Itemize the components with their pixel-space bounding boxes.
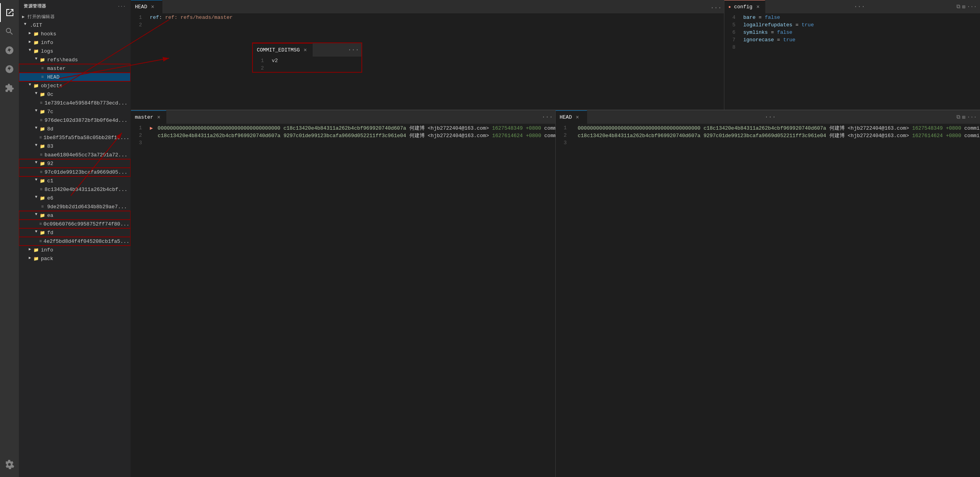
sidebar-item-hooks[interactable]: 📁 hooks: [19, 29, 131, 38]
sidebar-item-head[interactable]: HEAD: [19, 73, 131, 81]
sidebar-item-info-bottom[interactable]: 📁 info: [19, 246, 131, 254]
split-bottom-icon[interactable]: ⧉: [956, 114, 960, 120]
split-editor-icon[interactable]: ⧉: [956, 4, 960, 10]
folder-icon: 📁: [39, 57, 46, 63]
head-line-1: 1 ref: ref: refs/heads/master: [131, 14, 724, 21]
sidebar-item-7c[interactable]: 📁 7c: [19, 107, 131, 116]
tab-config-label: config: [734, 4, 753, 10]
git-label: .GIT: [30, 22, 42, 28]
git-section[interactable]: .GIT: [19, 21, 131, 29]
activity-bar: [0, 0, 19, 477]
toggle-layout-icon[interactable]: ⊞: [962, 4, 965, 10]
head-bottom-editor-actions: ⧉ ⊞ ···: [953, 114, 980, 121]
sidebar-header: 资源管理器 ···: [19, 0, 131, 12]
head-ref-key: ref: [150, 15, 159, 20]
tab-head-close[interactable]: ×: [149, 4, 156, 10]
head-bottom-more-icon[interactable]: ···: [967, 114, 977, 120]
tab-commit-editmsg[interactable]: COMMIT_EDITMSG ×: [253, 43, 313, 57]
folder-icon: 📁: [33, 31, 39, 37]
sidebar-item-pack[interactable]: 📁 pack: [19, 254, 131, 263]
sidebar-item-label: master: [47, 66, 66, 72]
sidebar-item-92[interactable]: 📁 92: [19, 159, 131, 168]
config-line-8: 8: [724, 44, 980, 51]
sidebar-item-83[interactable]: 📁 83: [19, 142, 131, 150]
folder-icon: 📁: [39, 212, 46, 218]
file-icon: [39, 74, 46, 80]
sidebar-item-ea[interactable]: 📁 ea: [19, 211, 131, 220]
config-line-6: 6 symlinks = false: [724, 29, 980, 36]
toggle-bottom-layout-icon[interactable]: ⊞: [962, 114, 965, 121]
folder-icon: 📁: [39, 91, 46, 97]
sidebar-item-92-file[interactable]: 97c01de99123bcafa9669d05...: [19, 168, 131, 176]
config-icon: ●: [728, 5, 731, 9]
sidebar-item-8d[interactable]: 📁 8d: [19, 125, 131, 133]
sidebar-item-label: c1: [47, 178, 53, 184]
sidebar-item-e6[interactable]: 📁 e6: [19, 194, 131, 202]
sidebar-item-e6-file[interactable]: 9de29bb2d1d6434b8b29ae7...: [19, 202, 131, 211]
sidebar-item-logs[interactable]: 📁 logs: [19, 47, 131, 55]
file-icon: [39, 117, 43, 123]
head-tab-more[interactable]: ...: [708, 3, 724, 10]
activity-bar-git[interactable]: [0, 41, 19, 60]
tab-master-close[interactable]: ×: [156, 114, 162, 121]
sidebar-item-0c[interactable]: 📁 0c: [19, 90, 131, 99]
c1-chevron: [33, 178, 39, 184]
activity-bar-debug[interactable]: [0, 60, 19, 79]
tab-config-close[interactable]: ×: [755, 4, 761, 10]
sidebar-item-fd-file[interactable]: 4e2f5bd8d4f4f045208cb1fa5...: [19, 237, 131, 246]
sidebar-item-master[interactable]: master: [19, 64, 131, 73]
tab-commit-editmsg-close[interactable]: ×: [302, 47, 308, 53]
head-bottom-log-line-1: 1 00000000000000000000000000000000000000…: [556, 124, 980, 132]
sidebar-item-label: pack: [41, 256, 53, 262]
master-log-line-2: 2 c18c13420e4b84311a262b4cbf969920740d60…: [131, 132, 555, 139]
master-tab-more[interactable]: ···: [539, 114, 555, 121]
open-editors-label: ▶ 打开的编辑器: [22, 14, 55, 20]
sidebar-item-8d-file[interactable]: 1be8f35fa5fba58c05bb28f1c...: [19, 133, 131, 142]
master-log-pane: master × ··· 1 ▶ 00000000000000000000000…: [131, 110, 556, 477]
commit-tab-more[interactable]: ···: [345, 46, 361, 53]
bottom-editors: master × ··· 1 ▶ 00000000000000000000000…: [131, 110, 980, 477]
commit-editmsg-overlay: COMMIT_EDITMSG × ··· 1 v2 2: [252, 42, 362, 73]
tab-head-bottom[interactable]: HEAD ×: [556, 110, 587, 124]
config-editor-tabs: ● config × ··· ⧉ ⊞ ···: [724, 0, 980, 14]
sidebar-item-label: info: [41, 247, 53, 253]
sidebar-item-label: ea: [47, 213, 53, 218]
top-editors: HEAD × ... 1 ref: ref: refs/heads/master…: [131, 0, 980, 110]
tab-config[interactable]: ● config ×: [724, 0, 765, 14]
file-icon: [39, 65, 46, 72]
activity-bar-settings[interactable]: [0, 455, 19, 474]
sidebar-item-c1[interactable]: 📁 c1: [19, 176, 131, 185]
sidebar-item-info-top[interactable]: 📁 info: [19, 38, 131, 47]
master-log-content: 1 ▶ 000000000000000000000000000000000000…: [131, 124, 555, 477]
sidebar-item-label: hooks: [41, 31, 56, 37]
activity-bar-explorer[interactable]: [0, 3, 19, 22]
activity-bar-extensions[interactable]: [0, 79, 19, 97]
config-editor-content: 4 bare = false 5 logallrefupdates = true…: [724, 14, 980, 110]
master-log-line-1-content: 0000000000000000000000000000000000000000…: [155, 125, 555, 132]
commit-editmsg-tabs: COMMIT_EDITMSG × ···: [253, 43, 361, 57]
sidebar-item-fd[interactable]: 📁 fd: [19, 228, 131, 237]
open-editors-section[interactable]: ▶ 打开的编辑器: [19, 12, 131, 21]
sidebar-item-83-file[interactable]: baae61804e65cc73a7201a72...: [19, 150, 131, 159]
tab-master[interactable]: master ×: [131, 110, 166, 124]
tab-head-bottom-close[interactable]: ×: [574, 114, 580, 121]
activity-bar-search[interactable]: [0, 22, 19, 41]
tab-head[interactable]: HEAD ×: [131, 0, 162, 14]
head-bottom-tab-more[interactable]: ···: [762, 114, 778, 121]
sidebar-item-refs-heads[interactable]: 📁 refs\heads: [19, 55, 131, 64]
config-more-icon[interactable]: ···: [967, 4, 977, 10]
sidebar-item-c1-file[interactable]: 8c13420e4b84311a262b4cbf...: [19, 185, 131, 194]
sidebar-item-label: 0c: [47, 92, 53, 97]
sidebar-more-button[interactable]: ···: [118, 4, 126, 9]
sidebar-item-label: fd: [47, 230, 53, 236]
sidebar-item-7c-file[interactable]: 976dec102d3872bf3b0f6e4d...: [19, 116, 131, 125]
config-tab-more[interactable]: ···: [851, 3, 868, 10]
file-icon: [39, 100, 43, 106]
sidebar-item-label: 83: [47, 143, 53, 149]
sidebar-item-0c-file[interactable]: 1e7391ca4e59584f8b773ecd...: [19, 99, 131, 107]
sidebar-item-ea-file[interactable]: 0c09b60766c9958752ff74f80...: [19, 220, 131, 228]
sidebar-item-label: 1be8f35fa5fba58c05bb28f1c...: [44, 135, 129, 141]
sidebar-item-label: 0c09b60766c9958752ff74f80...: [44, 221, 129, 227]
commit-editmsg-content: 1 v2 2: [253, 57, 361, 72]
sidebar-item-objects[interactable]: 📁 objects: [19, 81, 131, 90]
